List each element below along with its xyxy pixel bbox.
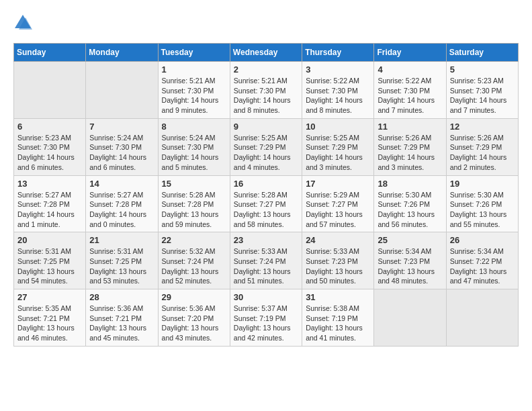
- cell-content: Sunrise: 5:25 AM Sunset: 7:29 PM Dayligh…: [306, 133, 370, 173]
- calendar-cell: [374, 289, 446, 347]
- weekday-header-row: SundayMondayTuesdayWednesdayThursdayFrid…: [14, 44, 519, 62]
- cell-content: Sunrise: 5:31 AM Sunset: 7:25 PM Dayligh…: [17, 246, 82, 286]
- calendar-cell: 8Sunrise: 5:24 AM Sunset: 7:30 PM Daylig…: [158, 118, 230, 175]
- cell-content: Sunrise: 5:22 AM Sunset: 7:30 PM Dayligh…: [306, 76, 370, 116]
- day-number: 5: [450, 64, 515, 75]
- calendar-cell: 31Sunrise: 5:38 AM Sunset: 7:19 PM Dayli…: [302, 289, 374, 347]
- day-number: 20: [17, 235, 82, 245]
- calendar-cell: 25Sunrise: 5:34 AM Sunset: 7:23 PM Dayli…: [374, 232, 446, 289]
- cell-content: Sunrise: 5:27 AM Sunset: 7:28 PM Dayligh…: [89, 190, 154, 230]
- cell-content: Sunrise: 5:36 AM Sunset: 7:21 PM Dayligh…: [89, 304, 154, 343]
- cell-content: Sunrise: 5:21 AM Sunset: 7:30 PM Dayligh…: [162, 76, 226, 116]
- cell-content: Sunrise: 5:26 AM Sunset: 7:29 PM Dayligh…: [378, 133, 442, 173]
- cell-content: Sunrise: 5:28 AM Sunset: 7:28 PM Dayligh…: [162, 190, 226, 230]
- calendar-cell: 22Sunrise: 5:32 AM Sunset: 7:24 PM Dayli…: [158, 232, 230, 289]
- day-number: 19: [450, 179, 515, 189]
- cell-content: Sunrise: 5:25 AM Sunset: 7:29 PM Dayligh…: [234, 133, 298, 173]
- day-number: 29: [162, 292, 226, 302]
- cell-content: Sunrise: 5:26 AM Sunset: 7:29 PM Dayligh…: [450, 133, 515, 173]
- calendar-week-row: 1Sunrise: 5:21 AM Sunset: 7:30 PM Daylig…: [14, 62, 519, 119]
- calendar-cell: 7Sunrise: 5:24 AM Sunset: 7:30 PM Daylig…: [86, 118, 158, 175]
- cell-content: Sunrise: 5:34 AM Sunset: 7:22 PM Dayligh…: [450, 246, 515, 286]
- calendar-cell: 12Sunrise: 5:26 AM Sunset: 7:29 PM Dayli…: [446, 118, 518, 175]
- day-number: 9: [234, 122, 298, 132]
- day-number: 30: [234, 292, 298, 302]
- cell-content: Sunrise: 5:32 AM Sunset: 7:24 PM Dayligh…: [162, 246, 226, 286]
- day-number: 1: [162, 64, 226, 75]
- day-number: 2: [234, 64, 298, 75]
- weekday-header-tuesday: Tuesday: [158, 44, 230, 62]
- day-number: 23: [234, 235, 298, 245]
- calendar-cell: 15Sunrise: 5:28 AM Sunset: 7:28 PM Dayli…: [158, 175, 230, 232]
- calendar-cell: 1Sunrise: 5:21 AM Sunset: 7:30 PM Daylig…: [158, 62, 230, 119]
- weekday-header-monday: Monday: [86, 44, 158, 62]
- day-number: 24: [306, 235, 370, 245]
- cell-content: Sunrise: 5:33 AM Sunset: 7:24 PM Dayligh…: [234, 246, 298, 286]
- day-number: 13: [17, 179, 82, 189]
- cell-content: Sunrise: 5:35 AM Sunset: 7:21 PM Dayligh…: [17, 304, 82, 343]
- calendar-cell: [86, 62, 158, 119]
- day-number: 18: [378, 179, 442, 189]
- weekday-header-wednesday: Wednesday: [230, 44, 302, 62]
- calendar-cell: 13Sunrise: 5:27 AM Sunset: 7:28 PM Dayli…: [14, 175, 86, 232]
- cell-content: Sunrise: 5:33 AM Sunset: 7:23 PM Dayligh…: [306, 246, 370, 286]
- cell-content: Sunrise: 5:30 AM Sunset: 7:26 PM Dayligh…: [378, 190, 442, 230]
- calendar-cell: 5Sunrise: 5:23 AM Sunset: 7:30 PM Daylig…: [446, 62, 518, 119]
- cell-content: Sunrise: 5:22 AM Sunset: 7:30 PM Dayligh…: [378, 76, 442, 116]
- day-number: 15: [162, 179, 226, 189]
- calendar-cell: 6Sunrise: 5:23 AM Sunset: 7:30 PM Daylig…: [14, 118, 86, 175]
- day-number: 10: [306, 122, 370, 132]
- calendar-cell: 26Sunrise: 5:34 AM Sunset: 7:22 PM Dayli…: [446, 232, 518, 289]
- calendar-cell: 4Sunrise: 5:22 AM Sunset: 7:30 PM Daylig…: [374, 62, 446, 119]
- day-number: 12: [450, 122, 515, 132]
- day-number: 21: [89, 235, 154, 245]
- cell-content: Sunrise: 5:24 AM Sunset: 7:30 PM Dayligh…: [89, 133, 154, 173]
- day-number: 16: [234, 179, 298, 189]
- day-number: 3: [306, 64, 370, 75]
- day-number: 25: [378, 235, 442, 245]
- cell-content: Sunrise: 5:24 AM Sunset: 7:30 PM Dayligh…: [162, 133, 226, 173]
- calendar-cell: 16Sunrise: 5:28 AM Sunset: 7:27 PM Dayli…: [230, 175, 302, 232]
- weekday-header-sunday: Sunday: [14, 44, 86, 62]
- day-number: 28: [89, 292, 154, 302]
- cell-content: Sunrise: 5:37 AM Sunset: 7:19 PM Dayligh…: [234, 304, 298, 343]
- calendar-cell: 3Sunrise: 5:22 AM Sunset: 7:30 PM Daylig…: [302, 62, 374, 119]
- calendar-cell: 27Sunrise: 5:35 AM Sunset: 7:21 PM Dayli…: [14, 289, 86, 347]
- calendar-cell: 30Sunrise: 5:37 AM Sunset: 7:19 PM Dayli…: [230, 289, 302, 347]
- day-number: 11: [378, 122, 442, 132]
- cell-content: Sunrise: 5:38 AM Sunset: 7:19 PM Dayligh…: [306, 304, 370, 343]
- cell-content: Sunrise: 5:34 AM Sunset: 7:23 PM Dayligh…: [378, 246, 442, 286]
- calendar-cell: 29Sunrise: 5:36 AM Sunset: 7:20 PM Dayli…: [158, 289, 230, 347]
- calendar-cell: 23Sunrise: 5:33 AM Sunset: 7:24 PM Dayli…: [230, 232, 302, 289]
- cell-content: Sunrise: 5:21 AM Sunset: 7:30 PM Dayligh…: [234, 76, 298, 116]
- calendar-cell: 9Sunrise: 5:25 AM Sunset: 7:29 PM Daylig…: [230, 118, 302, 175]
- cell-content: Sunrise: 5:23 AM Sunset: 7:30 PM Dayligh…: [17, 133, 82, 173]
- day-number: 7: [89, 122, 154, 132]
- day-number: 22: [162, 235, 226, 245]
- cell-content: Sunrise: 5:30 AM Sunset: 7:26 PM Dayligh…: [450, 190, 515, 230]
- day-number: 27: [17, 292, 82, 302]
- calendar-week-row: 27Sunrise: 5:35 AM Sunset: 7:21 PM Dayli…: [14, 289, 519, 347]
- calendar-week-row: 20Sunrise: 5:31 AM Sunset: 7:25 PM Dayli…: [14, 232, 519, 289]
- calendar-cell: 18Sunrise: 5:30 AM Sunset: 7:26 PM Dayli…: [374, 175, 446, 232]
- calendar-cell: 28Sunrise: 5:36 AM Sunset: 7:21 PM Dayli…: [86, 289, 158, 347]
- day-number: 31: [306, 292, 370, 302]
- cell-content: Sunrise: 5:27 AM Sunset: 7:28 PM Dayligh…: [17, 190, 82, 230]
- calendar-week-row: 6Sunrise: 5:23 AM Sunset: 7:30 PM Daylig…: [14, 118, 519, 175]
- calendar-week-row: 13Sunrise: 5:27 AM Sunset: 7:28 PM Dayli…: [14, 175, 519, 232]
- cell-content: Sunrise: 5:31 AM Sunset: 7:25 PM Dayligh…: [89, 246, 154, 286]
- calendar-cell: 11Sunrise: 5:26 AM Sunset: 7:29 PM Dayli…: [374, 118, 446, 175]
- calendar-cell: 20Sunrise: 5:31 AM Sunset: 7:25 PM Dayli…: [14, 232, 86, 289]
- day-number: 4: [378, 64, 442, 75]
- cell-content: Sunrise: 5:28 AM Sunset: 7:27 PM Dayligh…: [234, 190, 298, 230]
- calendar-cell: 10Sunrise: 5:25 AM Sunset: 7:29 PM Dayli…: [302, 118, 374, 175]
- calendar-cell: 24Sunrise: 5:33 AM Sunset: 7:23 PM Dayli…: [302, 232, 374, 289]
- weekday-header-saturday: Saturday: [446, 44, 518, 62]
- page-header: [13, 13, 519, 32]
- day-number: 26: [450, 235, 515, 245]
- calendar-cell: 19Sunrise: 5:30 AM Sunset: 7:26 PM Dayli…: [446, 175, 518, 232]
- weekday-header-friday: Friday: [374, 44, 446, 62]
- logo: [13, 13, 35, 32]
- calendar-cell: 17Sunrise: 5:29 AM Sunset: 7:27 PM Dayli…: [302, 175, 374, 232]
- calendar-cell: [446, 289, 518, 347]
